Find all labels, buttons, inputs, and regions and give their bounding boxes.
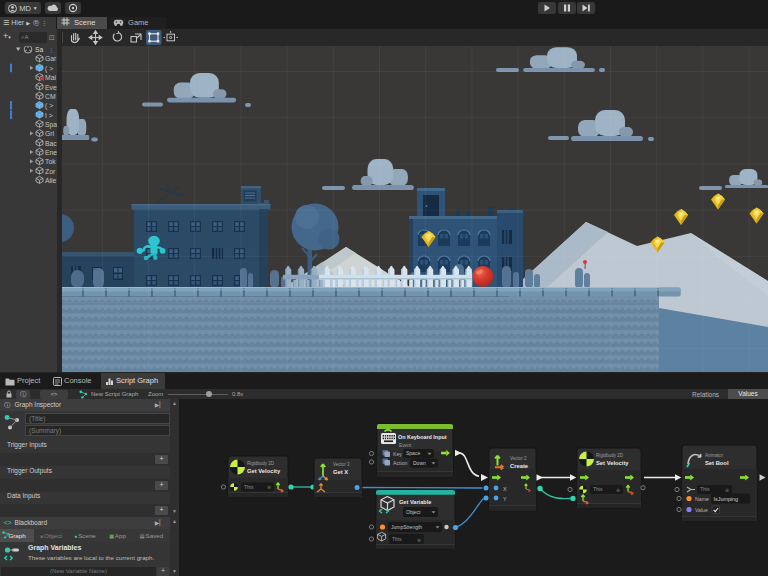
svg-text:Name: Name bbox=[695, 496, 709, 502]
svg-text:X: X bbox=[503, 486, 507, 492]
svg-text:IsJumping: IsJumping bbox=[714, 496, 739, 502]
svg-text:Animator: Animator bbox=[705, 453, 724, 458]
svg-text:Gri: Gri bbox=[45, 130, 55, 137]
svg-text:Tok: Tok bbox=[45, 158, 56, 165]
svg-text:I >: I > bbox=[45, 112, 53, 119]
svg-text:( >: ( > bbox=[45, 65, 53, 73]
svg-text:This: This bbox=[392, 536, 402, 542]
svg-text:Mai: Mai bbox=[45, 74, 56, 81]
svg-text:Eve: Eve bbox=[45, 84, 57, 91]
svg-text:Ene: Ene bbox=[45, 149, 57, 156]
svg-text:⋮: ⋮ bbox=[48, 47, 54, 53]
svg-text:Y: Y bbox=[503, 496, 507, 502]
svg-text:Rigidbody 2D: Rigidbody 2D bbox=[247, 461, 275, 466]
svg-text:Space: Space bbox=[406, 450, 420, 456]
svg-text:Vector 2: Vector 2 bbox=[510, 456, 527, 461]
svg-text:Create: Create bbox=[510, 463, 529, 469]
svg-text:Alie: Alie bbox=[45, 177, 57, 184]
svg-text:This: This bbox=[593, 486, 603, 492]
svg-text:Zor: Zor bbox=[45, 168, 56, 175]
svg-text:This: This bbox=[244, 484, 254, 490]
svg-text:Value: Value bbox=[695, 507, 708, 513]
svg-text:Sa: Sa bbox=[35, 46, 44, 53]
svg-text:Down: Down bbox=[413, 460, 426, 466]
svg-text:Set Bool: Set Bool bbox=[705, 460, 729, 466]
svg-text:Action: Action bbox=[393, 460, 408, 466]
svg-text:On Keyboard Input: On Keyboard Input bbox=[398, 434, 447, 440]
svg-text:Vector 3: Vector 3 bbox=[333, 462, 350, 467]
svg-text:Key: Key bbox=[393, 451, 402, 457]
svg-text:Get X: Get X bbox=[333, 469, 348, 475]
svg-text:⊗: ⊗ bbox=[725, 487, 729, 493]
svg-text:Event: Event bbox=[399, 443, 412, 448]
svg-text:Spa: Spa bbox=[45, 121, 57, 129]
svg-text:⊗: ⊗ bbox=[267, 484, 271, 490]
svg-text:Object: Object bbox=[406, 509, 421, 515]
svg-text:Set Velocity: Set Velocity bbox=[596, 460, 629, 466]
svg-text:Get Variable: Get Variable bbox=[399, 499, 431, 505]
svg-text:CM: CM bbox=[45, 93, 56, 100]
svg-text:Gar: Gar bbox=[45, 55, 57, 62]
svg-text:Get Velocity: Get Velocity bbox=[247, 468, 281, 474]
svg-text:Bac: Bac bbox=[45, 140, 57, 147]
svg-text:⊗: ⊗ bbox=[616, 487, 620, 493]
svg-text:This: This bbox=[700, 486, 710, 492]
svg-text:( >: ( > bbox=[45, 102, 53, 110]
svg-text:JumpStrength: JumpStrength bbox=[391, 524, 422, 530]
svg-text:Rigidbody 2D: Rigidbody 2D bbox=[596, 453, 624, 458]
svg-text:⊗: ⊗ bbox=[417, 537, 421, 543]
